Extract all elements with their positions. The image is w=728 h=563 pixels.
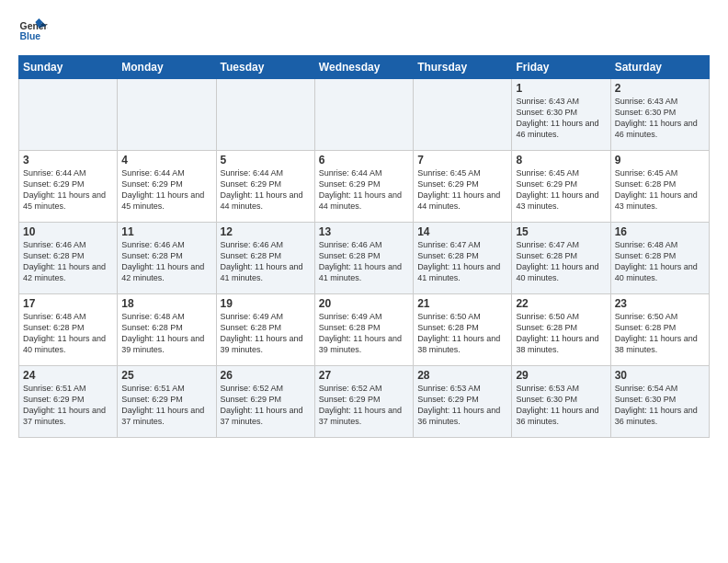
day-number: 27: [319, 369, 409, 382]
calendar-cell: [216, 79, 314, 151]
day-number: 10: [23, 225, 113, 238]
day-number: 28: [417, 369, 507, 382]
calendar-cell: 8Sunrise: 6:45 AM Sunset: 6:29 PM Daylig…: [512, 151, 610, 223]
day-info: Sunrise: 6:44 AM Sunset: 6:29 PM Dayligh…: [221, 167, 311, 213]
day-info: Sunrise: 6:50 AM Sunset: 6:28 PM Dayligh…: [615, 311, 705, 356]
day-number: 17: [23, 297, 113, 310]
calendar-cell: 20Sunrise: 6:49 AM Sunset: 6:28 PM Dayli…: [314, 294, 413, 366]
calendar-cell: 12Sunrise: 6:46 AM Sunset: 6:28 PM Dayli…: [216, 223, 314, 294]
day-info: Sunrise: 6:53 AM Sunset: 6:30 PM Dayligh…: [516, 383, 606, 428]
weekday-thursday: Thursday: [414, 56, 512, 79]
calendar-cell: 14Sunrise: 6:47 AM Sunset: 6:28 PM Dayli…: [414, 223, 512, 294]
day-info: Sunrise: 6:46 AM Sunset: 6:28 PM Dayligh…: [221, 239, 311, 284]
day-info: Sunrise: 6:48 AM Sunset: 6:28 PM Dayligh…: [23, 311, 113, 356]
calendar-cell: [314, 79, 413, 151]
day-info: Sunrise: 6:45 AM Sunset: 6:29 PM Dayligh…: [516, 167, 606, 213]
calendar-cell: 16Sunrise: 6:48 AM Sunset: 6:28 PM Dayli…: [610, 223, 709, 294]
day-number: 12: [221, 225, 311, 238]
day-info: Sunrise: 6:44 AM Sunset: 6:29 PM Dayligh…: [121, 167, 211, 213]
calendar-cell: 5Sunrise: 6:44 AM Sunset: 6:29 PM Daylig…: [216, 151, 314, 223]
day-number: 6: [319, 154, 409, 167]
calendar-cell: 22Sunrise: 6:50 AM Sunset: 6:28 PM Dayli…: [512, 294, 610, 366]
weekday-saturday: Saturday: [610, 56, 709, 79]
calendar-cell: 21Sunrise: 6:50 AM Sunset: 6:28 PM Dayli…: [414, 294, 512, 366]
day-info: Sunrise: 6:48 AM Sunset: 6:28 PM Dayligh…: [615, 239, 705, 284]
day-number: 20: [319, 297, 409, 310]
day-number: 15: [516, 225, 606, 238]
day-info: Sunrise: 6:52 AM Sunset: 6:29 PM Dayligh…: [319, 383, 409, 428]
day-info: Sunrise: 6:43 AM Sunset: 6:30 PM Dayligh…: [516, 96, 606, 141]
calendar-cell: 18Sunrise: 6:48 AM Sunset: 6:28 PM Dayli…: [118, 294, 216, 366]
day-info: Sunrise: 6:53 AM Sunset: 6:29 PM Dayligh…: [417, 383, 507, 428]
header: General Blue: [18, 15, 710, 44]
day-number: 16: [615, 225, 705, 238]
calendar-cell: 30Sunrise: 6:54 AM Sunset: 6:30 PM Dayli…: [610, 366, 709, 438]
week-row-1: 1Sunrise: 6:43 AM Sunset: 6:30 PM Daylig…: [19, 79, 710, 151]
day-number: 8: [516, 154, 606, 167]
day-number: 18: [121, 297, 211, 310]
day-info: Sunrise: 6:43 AM Sunset: 6:30 PM Dayligh…: [615, 96, 705, 141]
day-number: 26: [221, 369, 311, 382]
day-number: 9: [615, 154, 705, 167]
calendar-cell: 6Sunrise: 6:44 AM Sunset: 6:29 PM Daylig…: [314, 151, 413, 223]
calendar-cell: 25Sunrise: 6:51 AM Sunset: 6:29 PM Dayli…: [118, 366, 216, 438]
calendar-cell: 13Sunrise: 6:46 AM Sunset: 6:28 PM Dayli…: [314, 223, 413, 294]
day-info: Sunrise: 6:46 AM Sunset: 6:28 PM Dayligh…: [121, 239, 211, 284]
day-info: Sunrise: 6:49 AM Sunset: 6:28 PM Dayligh…: [221, 311, 311, 356]
day-info: Sunrise: 6:49 AM Sunset: 6:28 PM Dayligh…: [319, 311, 409, 356]
svg-text:Blue: Blue: [20, 31, 41, 41]
day-info: Sunrise: 6:52 AM Sunset: 6:29 PM Dayligh…: [221, 383, 311, 428]
day-number: 11: [121, 225, 211, 238]
day-number: 24: [23, 369, 113, 382]
day-info: Sunrise: 6:51 AM Sunset: 6:29 PM Dayligh…: [121, 383, 211, 428]
weekday-monday: Monday: [118, 56, 216, 79]
calendar-cell: 19Sunrise: 6:49 AM Sunset: 6:28 PM Dayli…: [216, 294, 314, 366]
logo-icon: General Blue: [18, 15, 48, 44]
day-info: Sunrise: 6:46 AM Sunset: 6:28 PM Dayligh…: [23, 239, 113, 284]
calendar-cell: 26Sunrise: 6:52 AM Sunset: 6:29 PM Dayli…: [216, 366, 314, 438]
calendar-cell: 11Sunrise: 6:46 AM Sunset: 6:28 PM Dayli…: [118, 223, 216, 294]
weekday-tuesday: Tuesday: [216, 56, 314, 79]
calendar-cell: [19, 79, 118, 151]
day-info: Sunrise: 6:45 AM Sunset: 6:29 PM Dayligh…: [417, 167, 507, 213]
calendar-cell: 1Sunrise: 6:43 AM Sunset: 6:30 PM Daylig…: [512, 79, 610, 151]
calendar-cell: 24Sunrise: 6:51 AM Sunset: 6:29 PM Dayli…: [19, 366, 118, 438]
calendar-table: SundayMondayTuesdayWednesdayThursdayFrid…: [18, 55, 710, 438]
day-info: Sunrise: 6:44 AM Sunset: 6:29 PM Dayligh…: [23, 167, 113, 213]
day-info: Sunrise: 6:50 AM Sunset: 6:28 PM Dayligh…: [417, 311, 507, 356]
calendar-cell: 3Sunrise: 6:44 AM Sunset: 6:29 PM Daylig…: [19, 151, 118, 223]
logo: General Blue: [18, 15, 51, 44]
day-number: 23: [615, 297, 705, 310]
day-info: Sunrise: 6:54 AM Sunset: 6:30 PM Dayligh…: [615, 383, 705, 428]
calendar-cell: 29Sunrise: 6:53 AM Sunset: 6:30 PM Dayli…: [512, 366, 610, 438]
day-info: Sunrise: 6:47 AM Sunset: 6:28 PM Dayligh…: [516, 239, 606, 284]
day-number: 13: [319, 225, 409, 238]
day-number: 30: [615, 369, 705, 382]
calendar-cell: 2Sunrise: 6:43 AM Sunset: 6:30 PM Daylig…: [610, 79, 709, 151]
calendar-cell: 17Sunrise: 6:48 AM Sunset: 6:28 PM Dayli…: [19, 294, 118, 366]
day-number: 14: [417, 225, 507, 238]
day-number: 29: [516, 369, 606, 382]
day-number: 2: [615, 82, 705, 95]
calendar-cell: 27Sunrise: 6:52 AM Sunset: 6:29 PM Dayli…: [314, 366, 413, 438]
day-number: 5: [221, 154, 311, 167]
day-number: 21: [417, 297, 507, 310]
day-number: 19: [221, 297, 311, 310]
week-row-3: 10Sunrise: 6:46 AM Sunset: 6:28 PM Dayli…: [19, 223, 710, 294]
day-number: 4: [121, 154, 211, 167]
day-info: Sunrise: 6:44 AM Sunset: 6:29 PM Dayligh…: [319, 167, 409, 213]
calendar-cell: 28Sunrise: 6:53 AM Sunset: 6:29 PM Dayli…: [414, 366, 512, 438]
weekday-sunday: Sunday: [19, 56, 118, 79]
calendar-cell: 15Sunrise: 6:47 AM Sunset: 6:28 PM Dayli…: [512, 223, 610, 294]
day-number: 3: [23, 154, 113, 167]
calendar-cell: 9Sunrise: 6:45 AM Sunset: 6:28 PM Daylig…: [610, 151, 709, 223]
day-number: 1: [516, 82, 606, 95]
week-row-4: 17Sunrise: 6:48 AM Sunset: 6:28 PM Dayli…: [19, 294, 710, 366]
weekday-friday: Friday: [512, 56, 610, 79]
week-row-2: 3Sunrise: 6:44 AM Sunset: 6:29 PM Daylig…: [19, 151, 710, 223]
weekday-wednesday: Wednesday: [314, 56, 413, 79]
day-number: 25: [121, 369, 211, 382]
day-number: 7: [417, 154, 507, 167]
day-info: Sunrise: 6:51 AM Sunset: 6:29 PM Dayligh…: [23, 383, 113, 428]
week-row-5: 24Sunrise: 6:51 AM Sunset: 6:29 PM Dayli…: [19, 366, 710, 438]
